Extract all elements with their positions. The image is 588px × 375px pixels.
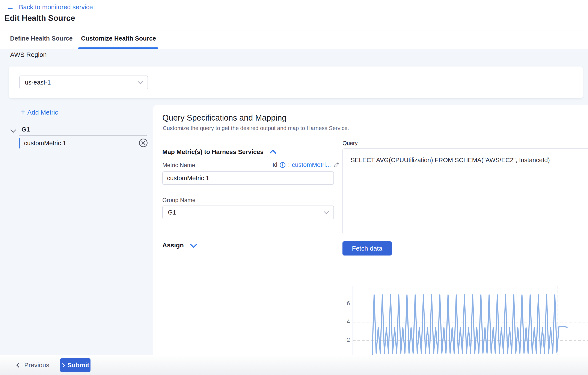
metric-item-label: customMetric 1 [24, 140, 66, 147]
metric-group-name: G1 [21, 126, 30, 133]
chevron-down-icon [190, 241, 197, 248]
back-link[interactable]: ← Back to monitored service [6, 3, 93, 11]
selected-metric-indicator [19, 138, 20, 149]
aws-region-value: us-east-1 [25, 79, 138, 86]
aws-region-select[interactable]: us-east-1 [19, 75, 148, 89]
previous-label: Previous [24, 362, 49, 369]
metric-name-label: Metric Name [162, 162, 195, 169]
chart-canvas [337, 279, 588, 355]
submit-label: Submit [67, 362, 89, 369]
section-heading: Query Specifications and Mapping [162, 113, 286, 122]
add-metric-label: Add Metric [27, 109, 58, 116]
add-metric-button[interactable]: + Add Metric [20, 107, 58, 118]
plus-icon: + [20, 107, 26, 117]
fetch-data-label: Fetch data [352, 245, 382, 252]
chevron-down-icon [324, 209, 329, 214]
section-subheading: Customize the query to get the desired o… [163, 125, 349, 131]
y-tick-2: 2 [337, 337, 350, 343]
active-tab-underline [78, 47, 158, 49]
aws-region-label: AWS Region [10, 51, 47, 58]
group-name-select[interactable]: G1 [162, 205, 334, 219]
metric-id-link[interactable]: customMetri... [292, 161, 331, 168]
fetch-data-button[interactable]: Fetch data [342, 241, 392, 256]
aws-region-card: us-east-1 [9, 66, 583, 98]
id-separator: : [288, 161, 290, 168]
group-collapse-row[interactable] [11, 128, 15, 133]
query-text: SELECT AVG(CPUUtilization) FROM SCHEMA("… [351, 157, 550, 163]
page-title: Edit Health Source [4, 14, 75, 23]
group-name-label: Group Name [162, 197, 196, 204]
metric-series-line [372, 295, 567, 355]
back-arrow-icon: ← [6, 3, 14, 11]
map-metrics-label: Map Metric(s) to Harness Services [162, 149, 263, 156]
assign-section-toggle[interactable]: Assign [162, 242, 196, 249]
y-tick-6: 6 [337, 300, 350, 307]
metric-name-input[interactable] [162, 171, 334, 185]
delete-metric-button[interactable] [138, 138, 148, 148]
tab-bar: Define Health Source Customize Health So… [0, 31, 588, 50]
metric-preview-chart: 6 4 2 [337, 279, 588, 355]
query-textarea[interactable]: SELECT AVG(CPUUtilization) FROM SCHEMA("… [342, 149, 588, 234]
footer-bar: Previous Submit [0, 355, 588, 375]
previous-button[interactable]: Previous [17, 359, 49, 371]
info-icon[interactable] [279, 162, 286, 168]
group-divider [19, 135, 147, 136]
chevron-left-icon [16, 362, 21, 368]
map-metrics-section-toggle[interactable]: Map Metric(s) to Harness Services [162, 149, 275, 156]
chevron-right-icon [61, 363, 65, 367]
submit-button[interactable]: Submit [60, 358, 91, 372]
chevron-up-icon [269, 150, 276, 157]
edit-pencil-icon[interactable] [333, 161, 340, 168]
query-label: Query [342, 140, 358, 147]
assign-label: Assign [162, 242, 184, 249]
chevron-down-icon [10, 127, 16, 133]
chevron-down-icon [138, 79, 143, 84]
id-prefix: Id [273, 161, 277, 168]
y-tick-4: 4 [337, 318, 350, 325]
metric-id-row: Id : customMetri... [267, 161, 340, 168]
edit-health-source-page: ← Back to monitored service Edit Health … [0, 0, 588, 375]
tab-define-health-source[interactable]: Define Health Source [10, 35, 73, 42]
tab-customize-health-source[interactable]: Customize Health Source [81, 35, 156, 42]
circle-x-icon [138, 138, 148, 148]
metric-list-item[interactable]: customMetric 1 [24, 138, 148, 149]
group-name-value: G1 [168, 209, 325, 216]
back-link-label: Back to monitored service [19, 3, 93, 11]
